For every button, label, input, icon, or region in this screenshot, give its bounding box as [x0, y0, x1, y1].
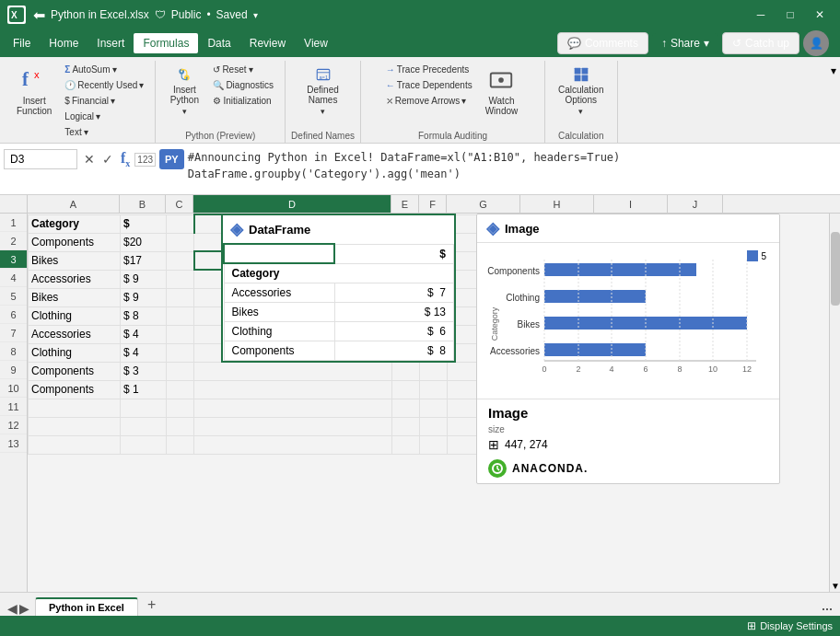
row-num-12[interactable]: 12	[0, 416, 27, 434]
cell-a11[interactable]	[29, 399, 121, 417]
col-header-h[interactable]: H	[520, 195, 594, 213]
cell-b6[interactable]: $ 8	[121, 306, 167, 325]
name-box[interactable]: D3	[4, 149, 77, 169]
col-header-g[interactable]: G	[447, 195, 520, 213]
cell-b11[interactable]	[121, 399, 167, 417]
menu-data[interactable]: Data	[198, 33, 239, 53]
trace-precedents-button[interactable]: → Trace Precedents	[382, 63, 476, 76]
cell-c11[interactable]	[167, 399, 194, 417]
tab-options[interactable]: ⋯	[822, 603, 836, 616]
tab-prev-button[interactable]: ◀	[7, 601, 18, 616]
col-header-e[interactable]: E	[391, 195, 419, 213]
df-row-accessories[interactable]: Accessories $ 7	[224, 283, 454, 303]
row-num-6[interactable]: 6	[0, 306, 27, 324]
cell-d12[interactable]	[194, 417, 392, 435]
cell-b3[interactable]: $17	[121, 251, 167, 270]
cell-c12[interactable]	[167, 417, 194, 435]
comments-button[interactable]: 💬 Comments	[557, 32, 648, 54]
cell-c10[interactable]	[167, 380, 194, 399]
row-num-3[interactable]: 3	[0, 250, 27, 269]
vertical-scrollbar[interactable]: ▼	[829, 214, 840, 592]
col-header-d[interactable]: D	[193, 195, 391, 213]
reset-button[interactable]: ↺ Reset ▾	[209, 63, 277, 76]
menu-view[interactable]: View	[295, 33, 337, 53]
watch-window-button[interactable]: WatchWindow	[480, 63, 524, 120]
cell-b9[interactable]: $ 3	[121, 362, 167, 380]
cell-c6[interactable]	[167, 306, 194, 325]
cell-f10[interactable]	[420, 380, 448, 399]
cell-e10[interactable]	[392, 380, 420, 399]
col-header-c[interactable]: C	[166, 195, 193, 213]
cell-f9[interactable]	[420, 362, 448, 380]
row-num-13[interactable]: 13	[0, 434, 27, 453]
cell-e11[interactable]	[392, 399, 420, 417]
cell-a1[interactable]: Category	[29, 214, 121, 233]
cell-d13[interactable]	[194, 435, 392, 454]
col-header-f[interactable]: F	[419, 195, 447, 213]
saved-dropdown[interactable]: ▾	[253, 10, 258, 20]
cell-e9[interactable]	[392, 362, 420, 380]
text-button[interactable]: Text ▾	[61, 125, 147, 139]
row-num-9[interactable]: 9	[0, 361, 27, 379]
row-num-7[interactable]: 7	[0, 324, 27, 342]
catch-up-button[interactable]: ↺ Catch up	[722, 32, 799, 54]
cell-b7[interactable]: $ 4	[121, 325, 167, 343]
cell-c2[interactable]	[167, 233, 194, 251]
autosum-dropdown[interactable]: ▾	[112, 64, 117, 75]
cell-a3[interactable]: Bikes	[29, 251, 121, 270]
cell-d11[interactable]	[194, 399, 392, 417]
trace-dependents-button[interactable]: ← Trace Dependents	[382, 78, 476, 92]
df-row-bikes[interactable]: Bikes $ 13	[224, 303, 454, 322]
insert-function-button[interactable]: f x InsertFunction	[11, 63, 57, 120]
defined-names-button[interactable]: a=1 DefinedNames ▾	[301, 63, 344, 120]
cell-f12[interactable]	[420, 417, 448, 435]
remove-arrows-button[interactable]: ⤫ Remove Arrows ▾	[382, 94, 476, 108]
cell-b12[interactable]	[121, 417, 167, 435]
cell-b10[interactable]: $ 1	[121, 380, 167, 399]
menu-home[interactable]: Home	[40, 33, 88, 53]
display-settings-label[interactable]: Display Settings	[760, 620, 833, 631]
add-sheet-button[interactable]: +	[140, 594, 163, 616]
calculation-options-button[interactable]: CalculationOptions ▾	[553, 63, 609, 120]
scroll-down-arrow[interactable]: ▼	[830, 581, 840, 592]
menu-insert[interactable]: Insert	[88, 33, 134, 53]
scrollbar-thumb[interactable]	[831, 232, 840, 306]
cell-a8[interactable]: Clothing	[29, 343, 121, 362]
menu-formulas[interactable]: Formulas	[134, 33, 198, 53]
cell-d10[interactable]	[194, 380, 392, 399]
cell-a12[interactable]	[29, 417, 121, 435]
sheet-tab-python-excel[interactable]: Python in Excel	[35, 597, 138, 616]
cell-c4[interactable]	[167, 270, 194, 288]
maximize-button[interactable]: □	[777, 2, 803, 28]
autosum-button[interactable]: Σ AutoSum ▾	[61, 63, 147, 76]
initialization-button[interactable]: ⚙ Initialization	[209, 94, 277, 108]
df-row-components[interactable]: Components $ 8	[224, 341, 454, 361]
close-button[interactable]: ✕	[807, 2, 833, 28]
row-num-4[interactable]: 4	[0, 269, 27, 287]
df-row-clothing[interactable]: Clothing $ 6	[224, 322, 454, 341]
financial-button[interactable]: $ Financial ▾	[61, 94, 147, 108]
cell-c13[interactable]	[167, 435, 194, 454]
share-button[interactable]: ↑ Share ▾	[652, 33, 718, 53]
cell-b13[interactable]	[121, 435, 167, 454]
cell-c5[interactable]	[167, 288, 194, 306]
quick-access[interactable]: ⬅	[33, 6, 45, 24]
cell-b5[interactable]: $ 9	[121, 288, 167, 306]
cell-a9[interactable]: Components	[29, 362, 121, 380]
cell-b1[interactable]: $	[121, 214, 167, 233]
col-header-j[interactable]: J	[668, 195, 723, 213]
insert-python-button[interactable]: InsertPython ▾	[163, 63, 205, 120]
cell-b8[interactable]: $ 4	[121, 343, 167, 362]
row-num-1[interactable]: 1	[0, 214, 27, 232]
row-num-11[interactable]: 11	[0, 398, 27, 416]
row-num-10[interactable]: 10	[0, 379, 27, 398]
menu-file[interactable]: File	[4, 33, 40, 53]
cell-d9[interactable]	[194, 362, 392, 380]
col-header-b[interactable]: B	[120, 195, 166, 213]
row-num-5[interactable]: 5	[0, 287, 27, 306]
cell-a7[interactable]: Accessories	[29, 325, 121, 343]
cell-e12[interactable]	[392, 417, 420, 435]
minimize-button[interactable]: ─	[748, 2, 774, 28]
tab-next-button[interactable]: ▶	[19, 601, 29, 616]
recently-used-button[interactable]: 🕐 Recently Used ▾	[61, 78, 147, 92]
